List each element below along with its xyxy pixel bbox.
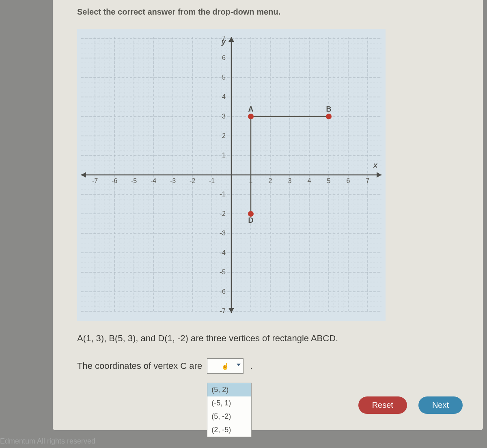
svg-text:-5: -5 bbox=[131, 177, 137, 184]
chevron-down-icon bbox=[237, 364, 241, 366]
svg-text:-1: -1 bbox=[209, 177, 215, 184]
svg-text:4: 4 bbox=[222, 93, 226, 100]
svg-text:1: 1 bbox=[222, 152, 226, 159]
svg-text:3: 3 bbox=[222, 113, 226, 120]
svg-marker-146 bbox=[377, 172, 381, 178]
svg-text:-4: -4 bbox=[220, 249, 226, 256]
svg-text:6: 6 bbox=[222, 54, 226, 61]
coordinate-graph: -7-6-5-4-3-2-11234567-7-6-5-4-3-2-112345… bbox=[77, 29, 386, 321]
reset-button[interactable]: Reset bbox=[358, 396, 407, 414]
answer-dropdown-wrap: ☝ (5, 2)(-5, 1)(5, -2)(2, -5) bbox=[207, 358, 244, 374]
svg-text:4: 4 bbox=[308, 177, 311, 184]
svg-text:-7: -7 bbox=[92, 177, 98, 184]
svg-text:7: 7 bbox=[366, 177, 370, 184]
vertices-info: A(1, 3), B(5, 3), and D(1, -2) are three… bbox=[77, 333, 467, 344]
dropdown-option[interactable]: (5, -2) bbox=[207, 410, 251, 423]
svg-text:-2: -2 bbox=[220, 210, 226, 217]
dropdown-option[interactable]: (-5, 1) bbox=[207, 396, 251, 410]
svg-text:-4: -4 bbox=[151, 177, 156, 184]
period: . bbox=[250, 361, 252, 371]
svg-text:-5: -5 bbox=[220, 269, 226, 276]
svg-marker-148 bbox=[228, 37, 234, 42]
svg-text:y: y bbox=[221, 38, 226, 46]
answer-prefix: The coordinates of vertex C are bbox=[77, 361, 202, 371]
svg-point-182 bbox=[248, 114, 254, 119]
svg-text:2: 2 bbox=[269, 177, 272, 184]
next-button[interactable]: Next bbox=[418, 396, 463, 414]
svg-text:3: 3 bbox=[288, 177, 292, 184]
svg-text:x: x bbox=[373, 161, 378, 169]
answer-dropdown[interactable]: ☝ bbox=[207, 358, 244, 374]
answer-row: The coordinates of vertex C are ☝ (5, 2)… bbox=[77, 358, 467, 374]
svg-text:5: 5 bbox=[327, 177, 331, 184]
hand-cursor-icon: ☝ bbox=[221, 362, 229, 370]
svg-text:2: 2 bbox=[222, 132, 226, 139]
svg-text:6: 6 bbox=[347, 177, 350, 184]
question-panel: Select the correct answer from the drop-… bbox=[53, 0, 483, 430]
svg-text:-3: -3 bbox=[170, 177, 176, 184]
button-row: Reset Next bbox=[358, 396, 463, 414]
svg-point-186 bbox=[248, 211, 254, 217]
svg-text:B: B bbox=[326, 105, 332, 113]
svg-text:-1: -1 bbox=[220, 191, 226, 198]
svg-marker-149 bbox=[228, 308, 234, 313]
graph-svg: -7-6-5-4-3-2-11234567-7-6-5-4-3-2-112345… bbox=[77, 29, 386, 321]
svg-text:-6: -6 bbox=[220, 288, 226, 295]
svg-text:-6: -6 bbox=[112, 177, 117, 184]
dropdown-option[interactable]: (2, -5) bbox=[207, 423, 251, 437]
svg-marker-147 bbox=[81, 172, 86, 178]
svg-point-184 bbox=[326, 114, 332, 119]
svg-text:D: D bbox=[248, 216, 254, 224]
svg-text:-3: -3 bbox=[220, 230, 226, 237]
svg-text:5: 5 bbox=[222, 74, 226, 81]
svg-text:A: A bbox=[248, 105, 254, 113]
footer-copyright: Edmentum All rights reserved bbox=[0, 437, 95, 446]
svg-text:-2: -2 bbox=[190, 177, 195, 184]
dropdown-list: (5, 2)(-5, 1)(5, -2)(2, -5) bbox=[207, 383, 252, 437]
instruction-text: Select the correct answer from the drop-… bbox=[77, 7, 467, 17]
svg-text:-7: -7 bbox=[220, 308, 226, 314]
dropdown-option[interactable]: (5, 2) bbox=[207, 383, 251, 396]
